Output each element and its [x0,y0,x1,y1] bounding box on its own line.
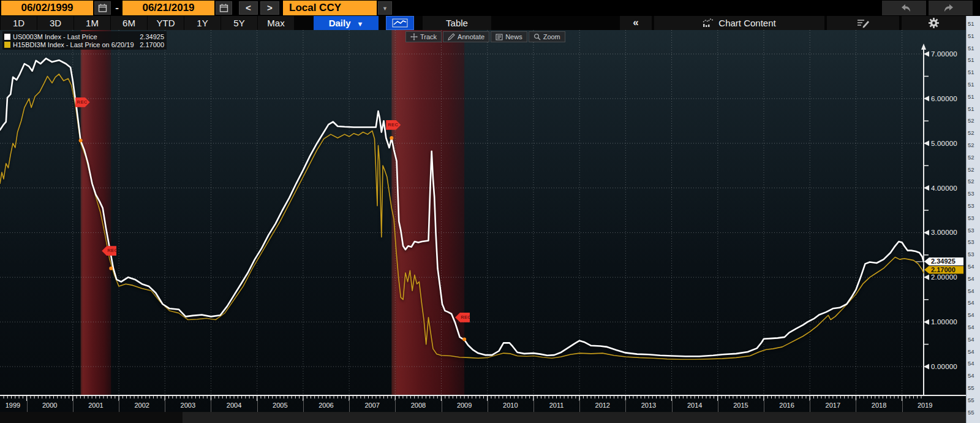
background-row-number: 53 [968,226,980,235]
line-chart-type-button[interactable] [386,16,414,30]
range-button-6m[interactable]: 6M [111,16,147,30]
x-axis-separator [165,400,165,412]
redo-icon [943,2,958,13]
date-range-separator: - [113,1,121,15]
chevron-down-icon: ▼ [356,20,363,28]
background-row-number: 51 [968,56,980,64]
y-axis-label: 4.00000 [931,184,968,192]
background-row-number: 51 [968,93,980,101]
legend-label: US0003M Index - Last Price [13,33,140,40]
x-axis-year-label: 2004 [217,400,251,410]
legend-row-us0003m[interactable]: US0003M Index - Last Price 2.34925 [4,32,164,40]
chart-legend: US0003M Index - Last Price 2.34925 H15BD… [2,31,167,50]
chart-toolbar: 1D3D1M6MYTD1Y5YMax Daily▼ Table « Chart … [0,16,980,30]
chart-plot-area[interactable]: US0003M Index - Last Price 2.34925 H15BD… [0,30,966,412]
legend-value: 2.34925 [140,33,164,40]
x-axis-year-label: 2019 [908,400,942,410]
x-axis-separator [349,400,350,412]
range-button-1m[interactable]: 1M [74,16,110,30]
x-axis-year-label: 2009 [447,400,481,410]
x-axis-separator [395,400,396,412]
series-swatch-yellow [4,42,10,48]
background-row-number: 53 [968,189,980,198]
chart-content-icon [703,18,714,28]
range-button-1y[interactable]: 1Y [184,16,221,30]
x-axis-year-label: 2016 [770,400,804,410]
x-axis-separator [27,400,28,412]
range-button-1d[interactable]: 1D [1,16,37,30]
background-row-number: 54 [968,323,980,332]
currency-dropdown-button[interactable]: ▼ [378,1,392,15]
annotate-button[interactable]: Annotate [443,31,489,42]
x-axis-year-label: 1999 [0,400,30,410]
table-view-button[interactable]: Table [423,16,491,30]
settings-button[interactable] [902,16,966,30]
y-axis-label: 0.00000 [931,362,968,371]
x-axis-separator [718,400,718,412]
news-icon [496,34,503,40]
bottom-strip-left [0,412,183,423]
zoom-button[interactable]: Zoom [529,31,565,42]
recession-boundary-dot [79,139,83,142]
x-axis-year-label: 2013 [631,400,666,410]
date-to-calendar-button[interactable] [216,1,232,15]
background-row-number: 51 [968,80,980,89]
y-axis-label: 1.00000 [931,318,968,326]
legend-row-h15bdi3m[interactable]: H15BDI3M Index - Last Price on 6/20/19 2… [4,40,164,48]
x-axis-year-label: 2014 [677,400,712,410]
x-axis-separator [488,400,488,412]
bottom-strip-right [183,412,966,423]
x-axis-year-label: 2012 [586,400,620,410]
background-row-number: 51 [968,32,980,40]
track-button[interactable]: Track [405,31,442,42]
top-bar: 06/02/1999 - 06/21/2019 < > Local CCY ▼ [0,0,980,16]
x-axis-separator [856,400,856,412]
range-button-max[interactable]: Max [258,16,294,30]
calendar-icon [219,4,228,12]
frequency-dropdown[interactable]: Daily▼ [314,16,379,30]
date-from-calendar-button[interactable] [94,1,111,15]
background-row-number: 52 [968,129,980,137]
pencil-icon [448,33,455,40]
x-axis-separator [764,400,764,412]
background-row-number: 53 [968,250,980,259]
background-row-number: 54 [968,287,980,295]
background-row-number: 54 [968,275,980,283]
chart-content-button[interactable]: Chart Content [654,16,824,30]
x-axis-year-label: 2002 [125,400,159,410]
chart-canvas[interactable] [0,30,966,412]
range-button-ytd[interactable]: YTD [148,16,184,30]
undo-button[interactable] [882,1,926,15]
zoom-label: Zoom [543,33,560,40]
previous-period-button[interactable]: < [239,1,258,15]
news-button[interactable]: News [491,31,527,42]
x-axis-separator [579,400,580,412]
range-button-3d[interactable]: 3D [37,16,74,30]
background-row-number: 54 [968,348,980,356]
line-chart-icon [392,18,408,28]
range-button-5y[interactable]: 5Y [221,16,257,30]
edit-note-icon [856,18,870,28]
date-from-field[interactable]: 06/02/1999 [1,1,93,15]
currency-field[interactable]: Local CCY [283,1,377,15]
background-row-number: 51 [968,20,980,28]
redo-button[interactable] [929,1,973,15]
next-period-button[interactable]: > [260,1,279,15]
x-axis-separator [73,400,74,412]
y-axis-label: 6.00000 [931,94,968,103]
collapse-panel-button[interactable]: « [620,16,652,30]
x-axis-separator [303,400,304,412]
y-axis-label: 2.00000 [931,273,968,281]
x-axis-year-label: 2011 [540,400,574,410]
last-price-tag-us0003m: 2.34925 [924,257,963,265]
background-row-number: 55 [968,396,980,405]
date-to-field[interactable]: 06/21/2019 [123,1,214,15]
x-axis-separator [257,400,258,412]
recession-band [81,30,111,395]
x-axis-year-label: 2018 [862,400,896,410]
calendar-icon [98,4,107,12]
background-row-number: 53 [968,202,980,210]
x-axis-year-label: 2010 [493,400,527,410]
annotate-edit-button[interactable] [827,16,899,30]
background-row-number: 54 [968,359,980,368]
